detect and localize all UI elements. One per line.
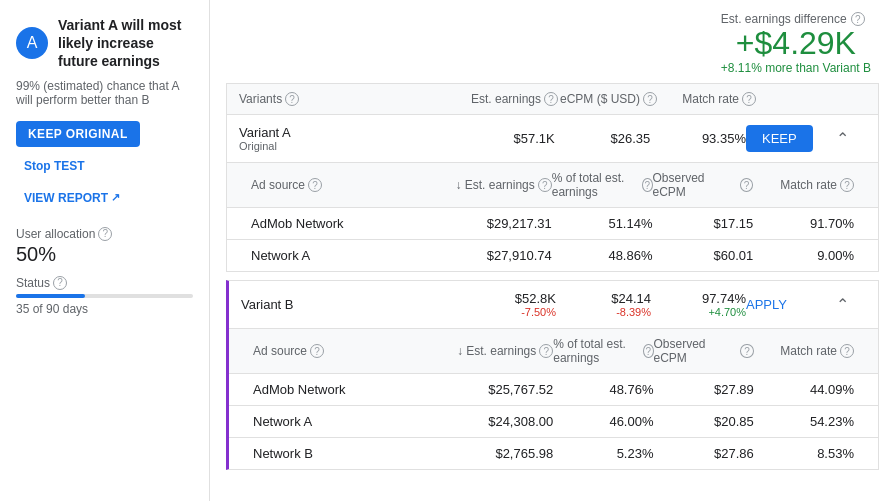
user-allocation-help-icon[interactable]: ? xyxy=(98,227,112,241)
est-diff-panel: Est. earnings difference ? +$4.29K +8.11… xyxy=(721,12,871,75)
sub-a-ecpm-help-icon[interactable]: ? xyxy=(740,178,753,192)
est-earnings-help-icon[interactable]: ? xyxy=(544,92,558,106)
variant-b-ecpm: $24.14 -8.39% xyxy=(556,291,651,318)
days-text: 35 of 90 days xyxy=(16,302,193,316)
status-help-icon[interactable]: ? xyxy=(53,276,67,290)
variant-b-earnings-delta: -7.50% xyxy=(461,306,556,318)
variant-a-ecpm: $26.35 xyxy=(555,131,651,146)
table-row: AdMob Network $29,217.31 51.14% $17.15 9… xyxy=(227,208,878,240)
keep-original-button[interactable]: KEEP ORIGINAL xyxy=(16,121,140,147)
user-allocation-row: User allocation ? 50% xyxy=(16,227,193,266)
sub-b-est-help-icon[interactable]: ? xyxy=(539,344,553,358)
variant-b-row: Variant B $52.8K -7.50% $24.14 -8.39% 97… xyxy=(226,280,879,470)
sub-b-ecpm-help-icon[interactable]: ? xyxy=(740,344,753,358)
main-title: Variant A will most likely increase futu… xyxy=(58,16,193,71)
variant-b-sub-header: Ad source ? ↓ Est. earnings ? % of total… xyxy=(229,329,878,374)
variant-b-match-delta: +4.70% xyxy=(651,306,746,318)
match-rate-help-icon[interactable]: ? xyxy=(742,92,756,106)
variant-b-ecpm-delta: -8.39% xyxy=(556,306,651,318)
table-row: Network B $2,765.98 5.23% $27.86 8.53% xyxy=(229,438,878,469)
variant-a-name: Variant A xyxy=(239,125,459,140)
sub-a-pct-help-icon[interactable]: ? xyxy=(642,178,653,192)
est-diff-sub: +8.11% more than Variant B xyxy=(721,61,871,75)
variant-a-match-rate: 93.35% xyxy=(650,131,746,146)
variant-a-sub-table: Ad source ? ↓ Est. earnings ? % of total… xyxy=(227,162,878,271)
sub-a-match-help-icon[interactable]: ? xyxy=(840,178,854,192)
status-progress-bar xyxy=(16,294,193,298)
variant-a-earnings: $57.1K xyxy=(459,131,555,146)
variant-a-keep-button[interactable]: KEEP xyxy=(746,125,813,152)
sub-a-est-help-icon[interactable]: ? xyxy=(538,178,552,192)
sub-b-match-help-icon[interactable]: ? xyxy=(840,344,854,358)
est-earnings-panel: Est. earnings difference ? +$4.29K +8.11… xyxy=(210,0,895,83)
variant-a-main: Variant A Original $57.1K $26.35 93.35% … xyxy=(227,115,878,162)
variant-b-earnings: $52.8K -7.50% xyxy=(461,291,556,318)
sidebar: A Variant A will most likely increase fu… xyxy=(0,0,210,501)
variant-a-row: Variant A Original $57.1K $26.35 93.35% … xyxy=(226,114,879,272)
user-allocation-value: 50% xyxy=(16,243,193,266)
variant-b-apply-button[interactable]: APPLY xyxy=(746,297,787,312)
sidebar-header: A Variant A will most likely increase fu… xyxy=(16,16,193,71)
main-content: Est. earnings difference ? +$4.29K +8.11… xyxy=(210,0,895,501)
ecpm-help-icon[interactable]: ? xyxy=(643,92,657,106)
est-diff-label-text: Est. earnings difference xyxy=(721,12,847,26)
variants-help-icon[interactable]: ? xyxy=(285,92,299,106)
ad-source-a-help-icon[interactable]: ? xyxy=(308,178,322,192)
variant-a-sub-header: Ad source ? ↓ Est. earnings ? % of total… xyxy=(227,163,878,208)
est-diff-help-icon[interactable]: ? xyxy=(851,12,865,26)
variant-a-tag: Original xyxy=(239,140,459,152)
est-diff-value: +$4.29K xyxy=(721,26,871,61)
sub-b-pct-help-icon[interactable]: ? xyxy=(643,344,654,358)
ad-source-b-help-icon[interactable]: ? xyxy=(310,344,324,358)
variant-b-name: Variant B xyxy=(241,297,461,312)
subtitle: 99% (estimated) chance that A will perfo… xyxy=(16,79,193,107)
variant-b-main: Variant B $52.8K -7.50% $24.14 -8.39% 97… xyxy=(229,281,878,328)
view-report-button[interactable]: VIEW REPORT ↗ xyxy=(16,185,128,211)
avatar: A xyxy=(16,27,48,59)
variant-a-chevron[interactable]: ⌃ xyxy=(836,129,866,148)
variants-table-header: Variants ? Est. earnings ? eCPM ($ USD) … xyxy=(226,83,879,114)
status-progress-fill xyxy=(16,294,85,298)
variant-b-sub-table: Ad source ? ↓ Est. earnings ? % of total… xyxy=(229,328,878,469)
external-link-icon: ↗ xyxy=(111,191,120,204)
variant-b-chevron[interactable]: ⌃ xyxy=(836,295,866,314)
table-row: Network A $27,910.74 48.86% $60.01 9.00% xyxy=(227,240,878,271)
variant-b-match-rate: 97.74% +4.70% xyxy=(651,291,746,318)
stop-test-button[interactable]: Stop TEST xyxy=(16,153,93,179)
status-row: Status ? 35 of 90 days xyxy=(16,276,193,316)
table-row: AdMob Network $25,767.52 48.76% $27.89 4… xyxy=(229,374,878,406)
action-buttons: KEEP ORIGINAL Stop TEST VIEW REPORT ↗ xyxy=(16,121,193,211)
variants-section: Variants ? Est. earnings ? eCPM ($ USD) … xyxy=(210,83,895,470)
table-row: Network A $24,308.00 46.00% $20.85 54.23… xyxy=(229,406,878,438)
